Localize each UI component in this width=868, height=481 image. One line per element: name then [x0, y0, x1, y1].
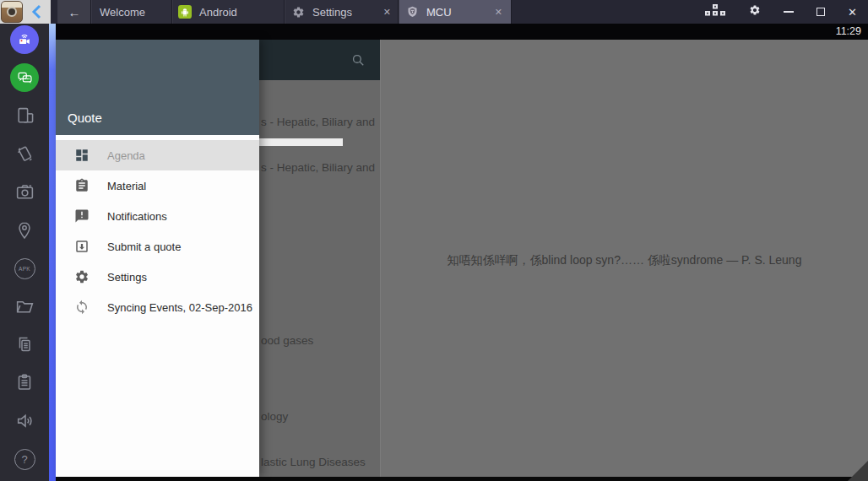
- mcu-crest-icon: [406, 5, 419, 19]
- close-icon[interactable]: ✕: [848, 7, 857, 18]
- drawer-title: Quote: [68, 111, 102, 125]
- install-apk-icon[interactable]: APK: [10, 254, 39, 283]
- paste-icon[interactable]: [10, 368, 39, 397]
- drawer-item-label: Syncing Events, 02-Sep-2016: [107, 301, 252, 314]
- drawer-item-label: Submit a quote: [107, 240, 181, 253]
- tab-mcu[interactable]: MCU ✕: [399, 0, 512, 24]
- navigation-drawer: Quote Agenda Material Notifications: [56, 40, 259, 477]
- list-highlight-fragment: [259, 138, 343, 146]
- tab-android[interactable]: Android: [172, 0, 285, 24]
- chat-icon[interactable]: [10, 63, 39, 92]
- tab-label: Android: [199, 6, 237, 19]
- list-item[interactable]: s - Hepatic, Biliary and: [261, 161, 375, 174]
- resize-handle[interactable]: [848, 461, 868, 481]
- drawer-item-submit-quote[interactable]: Submit a quote: [56, 231, 259, 262]
- minimize-icon[interactable]: [784, 11, 794, 13]
- sidebar-expand-strip[interactable]: [49, 24, 56, 481]
- drawer-item-agenda[interactable]: Agenda: [56, 140, 259, 170]
- android-robot-icon: [178, 5, 192, 19]
- drawer-item-label: Agenda: [107, 149, 145, 162]
- drawer-menu: Agenda Material Notifications Submit a q…: [56, 140, 259, 322]
- camera-lens-icon: [7, 7, 17, 17]
- list-item[interactable]: lastic Lung Diseases: [261, 456, 366, 468]
- gear-icon: [292, 6, 305, 19]
- apk-label: APK: [14, 258, 35, 279]
- drawer-item-settings[interactable]: Settings: [56, 262, 259, 292]
- window-controls: ✕: [704, 0, 868, 24]
- list-item[interactable]: ology: [261, 410, 288, 423]
- submit-quote-icon: [74, 239, 90, 254]
- clock: 11:29: [836, 25, 861, 37]
- android-status-bar: 11:29: [56, 24, 868, 40]
- copy-icon[interactable]: [10, 330, 39, 359]
- dashboard-icon: [74, 148, 90, 163]
- list-item[interactable]: ood gases: [261, 334, 313, 347]
- detail-pane: 知唔知係咩啊，係blind loop syn?…… 係啦syndrome — P…: [380, 40, 868, 477]
- rotate-screen-icon[interactable]: [10, 101, 39, 130]
- gear-icon: [74, 269, 90, 284]
- question-mark: ?: [14, 449, 35, 470]
- tab-label: MCU: [426, 6, 452, 19]
- tab-welcome[interactable]: Welcome: [91, 0, 172, 24]
- bottom-bar: [56, 477, 868, 481]
- tab-label: Welcome: [100, 6, 145, 19]
- emulator-window: ← Welcome Android: [0, 0, 868, 481]
- shake-icon[interactable]: [10, 139, 39, 168]
- tab-settings[interactable]: Settings ✕: [285, 0, 399, 24]
- camera-app-icon[interactable]: [1, 1, 23, 23]
- drawer-item-label: Notifications: [107, 210, 167, 223]
- list-item[interactable]: s - Hepatic, Biliary and: [261, 116, 375, 128]
- drawer-item-sync-status[interactable]: Syncing Events, 02-Sep-2016: [56, 292, 259, 322]
- drawer-item-label: Material: [107, 180, 146, 192]
- quote-text: 知唔知係咩啊，係blind loop syn?…… 係啦syndrome — P…: [381, 253, 868, 268]
- tab-close-icon[interactable]: ✕: [383, 7, 391, 18]
- assignment-icon: [74, 178, 90, 193]
- announcement-icon: [74, 208, 90, 224]
- collapse-sidebar-icon[interactable]: [30, 4, 44, 19]
- back-icon: ←: [68, 5, 81, 19]
- sync-icon: [74, 300, 90, 315]
- location-pin-icon[interactable]: [10, 216, 39, 245]
- volume-icon[interactable]: [10, 406, 39, 435]
- drawer-item-label: Settings: [107, 271, 147, 284]
- settings-gear-icon[interactable]: [749, 4, 761, 19]
- emulator-toolbar: APK: [0, 24, 49, 481]
- titlebar: ← Welcome Android: [0, 0, 868, 24]
- maximize-icon[interactable]: [816, 8, 825, 16]
- drawer-item-material[interactable]: Material: [56, 170, 259, 201]
- shared-folder-icon[interactable]: [10, 292, 39, 321]
- help-icon[interactable]: ?: [10, 445, 39, 473]
- screen-record-icon[interactable]: [10, 25, 39, 54]
- screenshot-camera-icon[interactable]: [10, 177, 39, 206]
- multi-window-icon[interactable]: [704, 3, 726, 20]
- tab-back-button[interactable]: ←: [57, 0, 91, 24]
- search-icon[interactable]: [350, 52, 366, 72]
- corner-launcher: [0, 0, 51, 24]
- tab-label: Settings: [312, 6, 352, 19]
- drawer-item-notifications[interactable]: Notifications: [56, 201, 259, 231]
- tab-close-icon[interactable]: ✕: [495, 7, 502, 18]
- drawer-header: Quote: [56, 40, 259, 135]
